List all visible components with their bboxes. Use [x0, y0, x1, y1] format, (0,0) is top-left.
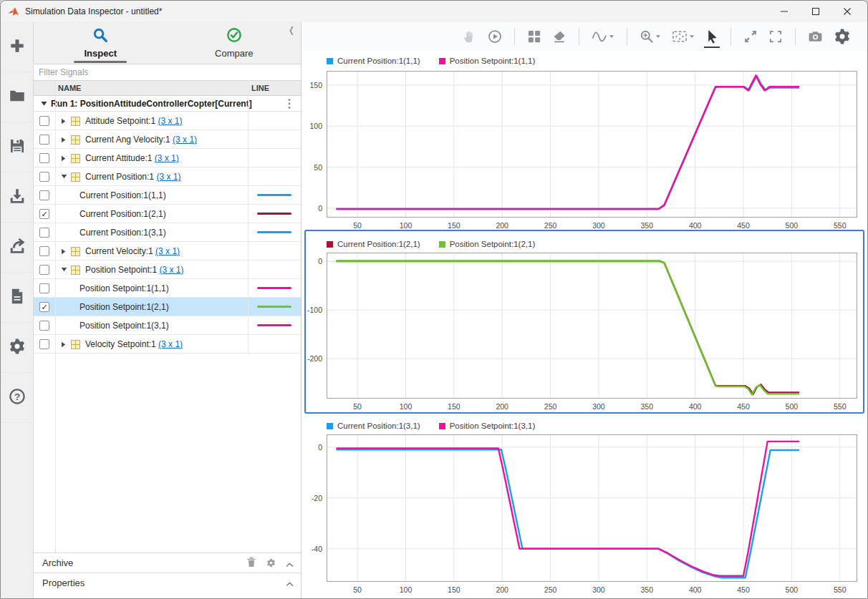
- zoomin-icon: [640, 29, 654, 44]
- matrix-signal-icon: [71, 246, 80, 259]
- signal-options-button[interactable]: [591, 28, 615, 45]
- dims-link[interactable]: (3 x 1): [158, 339, 183, 349]
- plot-canvas[interactable]: [327, 253, 857, 399]
- line-style-swatch[interactable]: [257, 324, 291, 326]
- signal-row[interactable]: ✓Current Position:1(2,1): [34, 205, 301, 223]
- snapshot-button[interactable]: [807, 28, 824, 45]
- dims-link[interactable]: (3 x 1): [155, 246, 180, 256]
- signal-row[interactable]: Attitude Setpoint:1 (3 x 1): [34, 112, 301, 130]
- play-icon: [488, 29, 502, 44]
- left-toolbar-rail: ?: [1, 22, 34, 598]
- signal-checkbox[interactable]: [39, 153, 49, 163]
- run-header-row[interactable]: Run 1: PositionAttitudeControllerCopter[…: [34, 96, 301, 112]
- signal-checkbox[interactable]: [39, 190, 49, 200]
- signal-label: Position Setpoint:1(1,1): [79, 283, 169, 293]
- line-style-swatch[interactable]: [257, 213, 291, 215]
- dims-link[interactable]: (3 x 1): [158, 116, 182, 126]
- replay-button[interactable]: [487, 28, 503, 45]
- archive-gear-icon[interactable]: [266, 557, 276, 570]
- fit-to-view-button[interactable]: [671, 28, 695, 45]
- signal-row[interactable]: Position Setpoint:1 (3 x 1): [34, 260, 301, 279]
- signal-label: Current Velocity:1 (3 x 1): [85, 246, 180, 256]
- filter-signals-input[interactable]: [34, 64, 301, 81]
- signal-checkbox[interactable]: [39, 135, 49, 145]
- signal-row[interactable]: Current Ang Velocity:1 (3 x 1): [34, 130, 301, 149]
- legend-swatch: [439, 423, 445, 429]
- import-icon: [9, 188, 26, 208]
- triangle-right-icon[interactable]: [61, 137, 66, 143]
- signal-row[interactable]: Current Position:1(1,1): [34, 186, 301, 205]
- properties-section[interactable]: Properties: [34, 573, 301, 595]
- signal-checkbox[interactable]: [39, 116, 49, 126]
- subplot-2-selected[interactable]: Current Position:1(2,1) Position Setpoin…: [304, 230, 864, 414]
- signal-row[interactable]: Current Velocity:1 (3 x 1): [34, 242, 301, 260]
- signal-checkbox[interactable]: [39, 265, 49, 275]
- plot-canvas[interactable]: [327, 434, 857, 582]
- clear-plots-button[interactable]: [551, 28, 567, 45]
- x-tick-label: 50: [353, 221, 362, 230]
- triangle-down-icon[interactable]: [41, 101, 47, 107]
- signal-checkbox[interactable]: [39, 228, 49, 238]
- signal-row[interactable]: Velocity Setpoint:1 (3 x 1): [34, 335, 301, 354]
- triangle-right-icon[interactable]: [61, 248, 66, 255]
- floppy-icon: [9, 137, 26, 157]
- expand-button[interactable]: [743, 28, 758, 45]
- add-button[interactable]: [1, 22, 34, 72]
- chevron-up-icon[interactable]: [286, 577, 294, 590]
- signal-row[interactable]: Position Setpoint:1(1,1): [34, 279, 301, 298]
- line-style-swatch[interactable]: [257, 287, 291, 289]
- dims-link[interactable]: (3 x 1): [156, 172, 180, 182]
- triangle-right-icon[interactable]: [61, 341, 66, 348]
- export-button[interactable]: [1, 223, 34, 273]
- save-button[interactable]: [1, 122, 34, 172]
- x-tick-label: 450: [737, 402, 750, 411]
- maximize-button[interactable]: [800, 1, 831, 22]
- dims-link[interactable]: (3 x 1): [155, 153, 179, 163]
- report-button[interactable]: [1, 273, 34, 323]
- tab-inspect[interactable]: Inspect: [34, 22, 168, 64]
- import-button[interactable]: [1, 172, 34, 223]
- triangle-down-icon[interactable]: [61, 174, 67, 179]
- collapse-sidebar-icon[interactable]: ❬: [288, 25, 295, 35]
- dims-link[interactable]: (3 x 1): [159, 265, 183, 275]
- signal-row[interactable]: Position Setpoint:1(3,1): [34, 316, 301, 335]
- signal-row[interactable]: Current Attitude:1 (3 x 1): [34, 149, 301, 167]
- minimize-button[interactable]: [768, 1, 800, 22]
- line-style-swatch[interactable]: [257, 231, 291, 233]
- settings-button[interactable]: [833, 26, 852, 47]
- dims-link[interactable]: (3 x 1): [173, 135, 197, 145]
- layout-button[interactable]: [526, 28, 542, 45]
- subplot-3[interactable]: Current Position:1(3,1) Position Setpoin…: [302, 414, 867, 599]
- signal-checkbox[interactable]: [39, 339, 49, 349]
- signal-checkbox[interactable]: [39, 283, 49, 293]
- grid2x2-icon: [527, 29, 541, 44]
- chevron-up-icon[interactable]: [286, 557, 294, 570]
- open-button[interactable]: [1, 72, 34, 122]
- trash-icon[interactable]: [246, 557, 256, 570]
- signal-row[interactable]: Current Position:1(3,1): [34, 223, 301, 242]
- signal-checkbox[interactable]: [39, 172, 49, 182]
- kebab-menu-icon[interactable]: [288, 98, 291, 112]
- signal-row[interactable]: Current Position:1 (3 x 1): [34, 167, 301, 186]
- help-button[interactable]: ?: [1, 373, 34, 423]
- pointer-button[interactable]: [705, 28, 719, 45]
- preferences-button[interactable]: [1, 323, 34, 373]
- triangle-right-icon[interactable]: [61, 155, 66, 162]
- line-style-swatch[interactable]: [257, 306, 291, 308]
- close-button[interactable]: [831, 1, 863, 22]
- signal-checkbox[interactable]: ✓: [39, 302, 49, 312]
- subplot-1[interactable]: Current Position:1(1,1) Position Setpoin…: [302, 51, 867, 230]
- zoom-in-button[interactable]: [639, 28, 662, 45]
- triangle-down-icon[interactable]: [61, 267, 67, 272]
- plot-canvas[interactable]: [327, 71, 857, 218]
- signal-row[interactable]: ✓Position Setpoint:1(2,1): [34, 298, 301, 316]
- line-style-swatch[interactable]: [257, 194, 291, 196]
- signal-checkbox[interactable]: ✓: [39, 209, 49, 219]
- fullscreen-button[interactable]: [768, 28, 783, 45]
- signal-checkbox[interactable]: [39, 246, 49, 256]
- signal-checkbox[interactable]: [39, 321, 49, 331]
- tab-compare[interactable]: Compare: [168, 22, 302, 64]
- column-divider: [55, 81, 56, 552]
- archive-section[interactable]: Archive: [34, 552, 301, 573]
- triangle-right-icon[interactable]: [61, 118, 66, 125]
